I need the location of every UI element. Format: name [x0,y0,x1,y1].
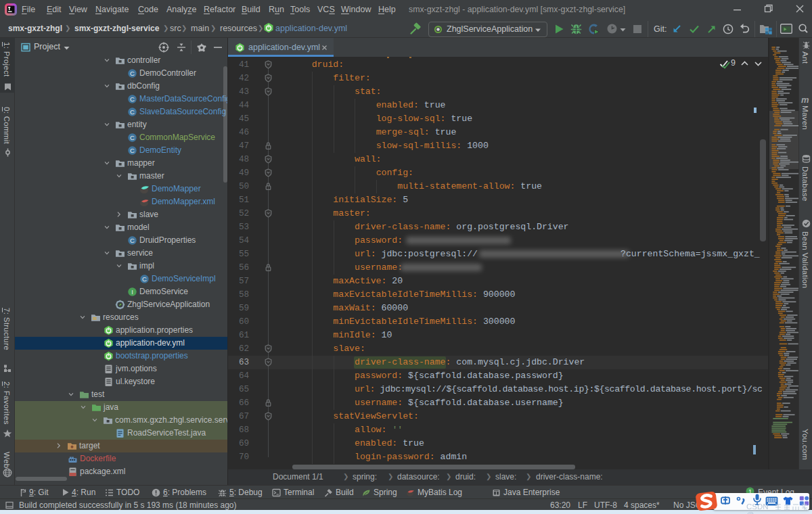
svg-text:C: C [130,147,135,154]
svg-text:C: C [142,275,147,283]
svg-text:C: C [130,70,135,77]
svg-text:C: C [130,108,135,116]
svg-text:C: C [130,95,135,103]
svg-text:I: I [131,288,133,296]
svg-text:C: C [130,237,135,244]
svg-text:C: C [130,134,135,141]
